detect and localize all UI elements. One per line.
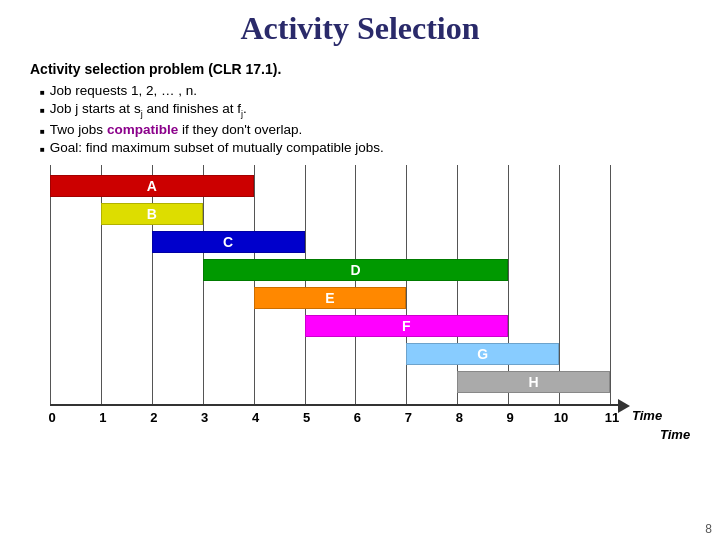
slide-number: 8 <box>705 522 712 536</box>
x-label-1: 1 <box>93 410 113 425</box>
bullet-1: Job requests 1, 2, … , n. <box>40 83 690 98</box>
x-label-2: 2 <box>144 410 164 425</box>
page: Activity Selection Activity selection pr… <box>0 0 720 540</box>
x-label-11: 11 <box>602 410 622 425</box>
grid-line-1 <box>101 165 102 404</box>
x-label-7: 7 <box>398 410 418 425</box>
x-label-3: 3 <box>195 410 215 425</box>
compatible-word: compatible <box>107 122 178 137</box>
bullet-4: Goal: find maximum subset of mutually co… <box>40 140 690 155</box>
time-label: Time <box>660 427 690 442</box>
grid-line-11 <box>610 165 611 404</box>
bullet-3-text: Two jobs compatible if they don't overla… <box>50 122 302 137</box>
grid-line-10 <box>559 165 560 404</box>
x-label-9: 9 <box>500 410 520 425</box>
activity-bar-d: D <box>203 259 508 281</box>
activity-bar-c: C <box>152 231 305 253</box>
activity-bar-h: H <box>457 371 610 393</box>
chart-area: ABCDEFGH01234567891011Time Time <box>50 165 690 444</box>
x-label-4: 4 <box>246 410 266 425</box>
grid-line-4 <box>254 165 255 404</box>
gantt-chart: ABCDEFGH01234567891011Time <box>50 165 670 444</box>
x-label-10: 10 <box>551 410 571 425</box>
time-label-inline: Time <box>632 408 662 423</box>
grid-line-6 <box>355 165 356 404</box>
bullet-4-text: Goal: find maximum subset of mutually co… <box>50 140 384 155</box>
activity-bar-a: A <box>50 175 254 197</box>
activity-bar-b: B <box>101 203 203 225</box>
x-label-0: 0 <box>42 410 62 425</box>
activity-bar-e: E <box>254 287 407 309</box>
grid-line-5 <box>305 165 306 404</box>
activity-bar-f: F <box>305 315 509 337</box>
grid-line-7 <box>406 165 407 404</box>
x-label-5: 5 <box>297 410 317 425</box>
activity-bar-g: G <box>406 343 559 365</box>
intro-text: Activity selection problem (CLR 17.1). <box>30 61 690 77</box>
grid-line-8 <box>457 165 458 404</box>
page-title: Activity Selection <box>30 10 690 47</box>
grid-line-0 <box>50 165 51 404</box>
grid-line-9 <box>508 165 509 404</box>
bullet-list: Job requests 1, 2, … , n. Job j starts a… <box>40 83 690 155</box>
bullet-1-text: Job requests 1, 2, … , n. <box>50 83 197 98</box>
grid-line-2 <box>152 165 153 404</box>
x-label-8: 8 <box>449 410 469 425</box>
x-axis <box>50 404 620 406</box>
grid-line-3 <box>203 165 204 404</box>
bullet-2: Job j starts at sj and finishes at fj. <box>40 101 690 119</box>
bullet-3: Two jobs compatible if they don't overla… <box>40 122 690 137</box>
x-label-6: 6 <box>347 410 367 425</box>
bullet-2-text: Job j starts at sj and finishes at fj. <box>50 101 247 119</box>
